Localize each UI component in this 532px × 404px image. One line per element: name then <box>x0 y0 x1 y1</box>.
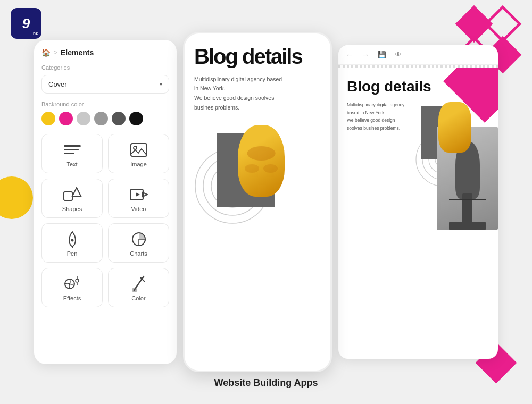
svg-rect-3 <box>131 144 147 156</box>
element-card-effects[interactable]: Effects <box>41 268 103 307</box>
text-icon <box>63 142 82 158</box>
element-card-pen[interactable]: Pen <box>41 223 103 263</box>
browser-back-button[interactable]: ← <box>346 50 353 59</box>
page-footer-title: Website Building Apps <box>214 377 318 389</box>
home-icon[interactable]: 🏠 <box>41 48 51 57</box>
mobile-preview-panel: Blog details Multidisplinary digital age… <box>183 32 332 372</box>
element-label-effects: Effects <box>63 295 81 301</box>
swatch-light-gray[interactable] <box>77 112 90 125</box>
swatch-black[interactable] <box>129 112 143 125</box>
element-card-video[interactable]: Video <box>108 179 169 218</box>
swatch-pink[interactable] <box>59 112 73 125</box>
svg-point-4 <box>134 146 137 149</box>
swatch-mid-gray[interactable] <box>94 112 108 125</box>
svg-point-10 <box>71 239 73 241</box>
element-card-color[interactable]: Color <box>108 268 169 307</box>
element-card-text[interactable]: Text <box>41 134 103 173</box>
element-label-image: Image <box>130 161 147 167</box>
effects-icon <box>63 276 82 292</box>
categories-label: Categories <box>41 64 169 71</box>
logo: 9 hz <box>11 8 44 41</box>
panel-header: 🏠 > Elements <box>41 48 169 57</box>
svg-point-14 <box>76 279 79 282</box>
element-label-video: Video <box>131 206 146 212</box>
mobile-blog-desc: Multidisplinary digital agency basedin N… <box>194 75 321 113</box>
element-label-color: Color <box>131 295 145 301</box>
element-card-image[interactable]: Image <box>108 134 169 173</box>
category-dropdown[interactable]: Cover ▾ <box>41 75 169 94</box>
browser-view-button[interactable]: 👁 <box>395 50 402 58</box>
breadcrumb-current: Elements <box>61 48 94 57</box>
element-card-shapes[interactable]: Shapes <box>41 179 103 218</box>
image-icon <box>129 142 148 158</box>
svg-rect-19 <box>132 288 137 292</box>
dropdown-value: Cover <box>48 80 67 88</box>
svg-marker-9 <box>136 192 140 197</box>
breadcrumb-separator: > <box>54 49 57 56</box>
element-label-shapes: Shapes <box>62 206 82 212</box>
swatch-dark-gray[interactable] <box>112 112 126 125</box>
browser-toolbar: ← → 💾 👁 <box>338 45 498 65</box>
elements-grid: Text Image Shapes <box>41 134 169 307</box>
element-label-pen: Pen <box>67 250 78 257</box>
color-swatches <box>41 112 169 125</box>
svg-rect-1 <box>64 149 79 150</box>
browser-blog-desc: Multidisplinary digital agency based in … <box>347 101 411 132</box>
chevron-down-icon: ▾ <box>160 81 162 87</box>
charts-icon <box>129 231 148 247</box>
video-icon <box>129 187 148 203</box>
element-card-charts[interactable]: Charts <box>108 223 169 263</box>
element-label-charts: Charts <box>130 250 147 257</box>
elements-panel: 🏠 > Elements Categories Cover ▾ Backroun… <box>34 40 177 364</box>
browser-blog-title: Blog details <box>347 79 489 95</box>
pen-icon <box>63 231 82 247</box>
browser-save-button[interactable]: 💾 <box>378 50 386 58</box>
yellow-circle-decoration <box>0 176 33 219</box>
mobile-blog-title: Blog details <box>194 45 321 68</box>
svg-marker-6 <box>72 188 81 196</box>
svg-rect-5 <box>64 192 72 200</box>
browser-forward-button[interactable]: → <box>362 50 369 59</box>
svg-rect-0 <box>64 145 81 147</box>
browser-preview-panel: ← → 💾 👁 Blog details <box>338 45 498 359</box>
color-icon <box>129 276 148 292</box>
element-label-text: Text <box>66 161 77 167</box>
browser-yellow-head <box>438 102 471 153</box>
yellow-head-3d <box>238 125 285 197</box>
svg-rect-2 <box>64 153 74 154</box>
shapes-icon <box>63 187 82 203</box>
bg-color-label: Backround color <box>41 101 169 107</box>
swatch-yellow[interactable] <box>41 112 55 125</box>
